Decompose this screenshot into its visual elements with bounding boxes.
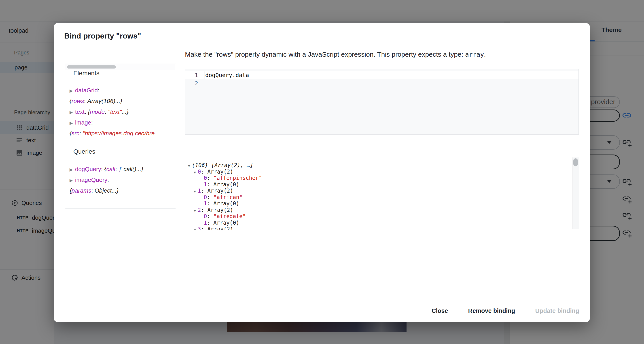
line-number-2: 2 xyxy=(185,80,198,87)
tree-token: "affenpinscher" xyxy=(213,175,262,181)
tree-token: : xyxy=(201,169,207,175)
expand-arrow-icon[interactable]: ▶ xyxy=(70,118,73,128)
tree-row[interactable]: 1: Array(0) xyxy=(185,220,572,226)
tree-row[interactable]: 0: "affenpinscher" xyxy=(185,175,572,182)
tree-token: call xyxy=(106,166,116,173)
scope-explorer: Elements ▶dataGrid:{rows: Array(106)...}… xyxy=(65,64,176,209)
tree-token: "text" xyxy=(108,108,122,115)
tree-token: 1 xyxy=(204,201,207,207)
remove-binding-button[interactable]: Remove binding xyxy=(465,306,518,316)
tree-token: : xyxy=(101,166,104,173)
expand-arrow-icon[interactable]: ▼ xyxy=(194,188,196,195)
expand-arrow-icon[interactable]: ▼ xyxy=(194,169,196,176)
scrollbar-thumb[interactable] xyxy=(67,65,116,69)
expression-result-tree[interactable]: ▼(106) [Array(2), …]▼0: Array(2)0: "affe… xyxy=(185,162,572,230)
tree-row[interactable]: {src: "https://images.dog.ceo/bre xyxy=(65,128,176,139)
update-binding-button[interactable]: Update binding xyxy=(532,306,582,316)
tree-token: 3 xyxy=(198,226,201,230)
expand-arrow-icon[interactable]: ▶ xyxy=(70,107,73,118)
tree-row[interactable]: ▼(106) [Array(2), …] xyxy=(185,162,572,169)
tree-row[interactable]: ▼2: Array(2) xyxy=(185,207,572,213)
tree-token: : xyxy=(207,182,213,188)
expected-type: array xyxy=(465,51,484,58)
tree-row[interactable]: ▼0: Array(2) xyxy=(185,169,572,175)
tree-token: : xyxy=(201,207,207,213)
queries-header: Queries xyxy=(73,148,95,155)
tree-token: call()...} xyxy=(122,166,143,173)
tree-row[interactable]: 0: "airedale" xyxy=(185,213,572,220)
tree-row[interactable]: ▶dogQuery: {call: ƒ call()...} xyxy=(65,164,176,175)
tree-row[interactable]: ▶imageQuery: xyxy=(65,175,176,185)
expand-arrow-icon[interactable]: ▼ xyxy=(194,227,196,230)
tree-token: "airedale" xyxy=(213,213,246,220)
tree-token: : xyxy=(207,194,213,201)
elements-tree[interactable]: ▶dataGrid:{rows: Array(106)...}▶text: {m… xyxy=(65,85,176,145)
expand-arrow-icon[interactable]: ▼ xyxy=(188,163,190,169)
tree-row[interactable]: ▶image: xyxy=(65,117,176,128)
tree-token: : xyxy=(207,213,213,220)
tree-token: 2 xyxy=(198,207,201,213)
tree-token: : xyxy=(201,226,207,230)
tree-token: "african" xyxy=(213,194,242,201)
tree-token: (106) [Array(2), …] xyxy=(192,162,253,168)
tree-row[interactable]: 1: Array(0) xyxy=(185,201,572,207)
tree-row[interactable]: {rows: Array(106)...} xyxy=(65,96,176,106)
tree-token: { xyxy=(70,130,72,137)
tree-token: image xyxy=(75,119,91,126)
result-scrollbar[interactable] xyxy=(572,157,579,229)
tree-token: 1 xyxy=(204,220,207,226)
tree-token: { xyxy=(70,187,72,194)
tree-token: : xyxy=(91,187,94,194)
tree-token: Array(2) xyxy=(207,169,233,175)
tree-token: 1 xyxy=(204,182,207,188)
tree-token: imageQuery xyxy=(75,177,107,183)
expand-arrow-icon[interactable]: ▶ xyxy=(70,175,73,186)
tree-token: dataGrid xyxy=(75,87,98,94)
description-text: Make the "rows" property dynamic with a … xyxy=(185,51,465,58)
tree-token: dogQuery xyxy=(75,166,101,173)
expression-code: dogQuery.data xyxy=(205,72,249,78)
elements-header: Elements xyxy=(73,70,100,77)
divider xyxy=(65,81,176,81)
tree-row[interactable]: ▶dataGrid: xyxy=(65,85,176,96)
expand-arrow-icon[interactable]: ▼ xyxy=(194,208,196,214)
tree-row[interactable]: ▼1: Array(2) xyxy=(185,188,572,194)
tree-token: src xyxy=(72,130,80,137)
tree-token: ...} xyxy=(122,108,129,115)
tree-token: : xyxy=(201,188,207,194)
close-button[interactable]: Close xyxy=(428,306,451,316)
queries-tree[interactable]: ▶dogQuery: {call: ƒ call()...}▶imageQuer… xyxy=(65,164,176,200)
tree-token: : xyxy=(115,166,118,173)
tree-token: text xyxy=(75,108,85,115)
tree-row[interactable]: 0: "african" xyxy=(185,194,572,201)
expand-arrow-icon[interactable]: ▶ xyxy=(70,86,73,96)
tree-token: Array(2) xyxy=(207,188,233,194)
dialog-actions: Close Remove binding Update binding xyxy=(428,306,582,316)
horizontal-scrollbar[interactable] xyxy=(65,64,175,70)
js-expression-editor[interactable]: 1 2 dogQuery.data xyxy=(185,69,579,135)
scrollbar-thumb[interactable] xyxy=(573,158,578,166)
tree-token: : xyxy=(207,175,213,181)
tree-token: : xyxy=(84,98,88,104)
divider xyxy=(65,145,176,145)
expand-arrow-icon[interactable]: ▶ xyxy=(70,164,73,175)
tree-token: 0 xyxy=(204,175,207,181)
tree-token: 0 xyxy=(204,194,207,201)
tree-row[interactable]: 1: Array(0) xyxy=(185,182,572,188)
tree-token: 0 xyxy=(204,213,207,220)
tree-row[interactable]: {params: Object...} xyxy=(65,185,176,196)
tree-token: { xyxy=(70,98,72,104)
divider xyxy=(65,160,176,160)
tree-token: "https://images.dog.ceo/bre xyxy=(83,130,155,137)
tree-token: rows xyxy=(72,98,84,104)
tree-token: Array(2) xyxy=(207,226,233,230)
bind-property-dialog: Bind property "rows" Scope Elements ▶dat… xyxy=(54,23,590,322)
tree-token: : xyxy=(91,119,93,126)
tree-token: : xyxy=(84,108,88,115)
tree-row[interactable]: ▶text: {mode: "text"...} xyxy=(65,106,176,117)
line-number-1: 1 xyxy=(185,72,198,78)
tree-token: Array(106)...} xyxy=(88,98,122,104)
tree-token: : xyxy=(98,87,99,94)
tree-row[interactable]: ▼3: Array(2) xyxy=(185,226,572,230)
tree-token: Array(2) xyxy=(207,207,233,213)
